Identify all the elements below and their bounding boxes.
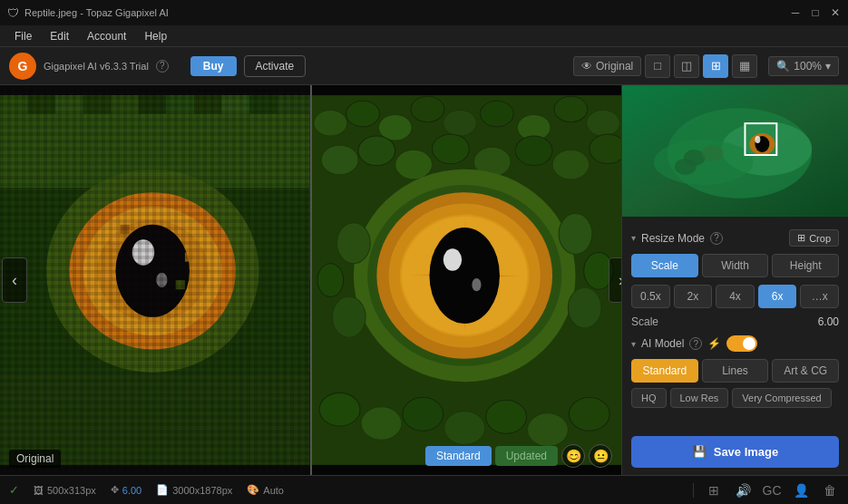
menu-edit[interactable]: Edit (43, 28, 76, 44)
svg-point-59 (485, 401, 526, 434)
enhanced-svg (312, 85, 622, 475)
svg-rect-25 (185, 252, 194, 261)
settings-panel: ▾ Resize Mode ? ⊞ Crop Scale Width Heigh… (622, 217, 848, 429)
scale-2x-button[interactable]: 2x (674, 285, 713, 308)
zoom-chevron-icon: ▾ (825, 60, 831, 73)
scale-6x-button[interactable]: 6x (758, 285, 797, 308)
lightning-icon: ⚡ (707, 337, 721, 350)
sub-model-hq-button[interactable]: HQ (631, 388, 667, 408)
brand-logo-letter: G (18, 59, 28, 73)
original-svg (0, 85, 310, 475)
brand-help-icon[interactable]: ? (156, 60, 169, 73)
svg-rect-24 (121, 225, 130, 234)
model-standard-button[interactable]: Standard (631, 359, 698, 383)
neutral-emoji-button[interactable]: 😐 (589, 444, 612, 468)
main-content: Original (0, 85, 848, 475)
svg-point-44 (552, 150, 590, 179)
thumbnail-area (622, 85, 848, 217)
tab-width[interactable]: Width (702, 254, 769, 277)
svg-point-53 (443, 248, 461, 270)
crop-button[interactable]: ⊞ Crop (789, 229, 839, 247)
scale-0.5x-button[interactable]: 0.5x (631, 285, 670, 308)
save-icon: 💾 (692, 445, 707, 459)
output-dimensions-group: 📄 3000x1878px (156, 484, 232, 496)
original-view-button[interactable]: 👁 Original (573, 56, 641, 76)
window-title: Reptile.jpeg - Topaz Gigapixel AI (24, 7, 169, 18)
minimize-button[interactable]: ─ (790, 7, 801, 18)
scale-label: Scale (631, 315, 658, 328)
auto-group: 🎨 Auto (247, 484, 284, 496)
view-btn-overlay[interactable]: ⊞ (703, 54, 728, 78)
updated-button[interactable]: Updated (495, 446, 558, 466)
svg-point-38 (321, 145, 358, 175)
model-art-cg-button[interactable]: Art & CG (772, 359, 839, 383)
svg-rect-21 (0, 95, 310, 465)
original-image (0, 85, 310, 475)
menu-file[interactable]: File (7, 28, 39, 44)
left-image-panel: Original (0, 85, 312, 475)
prev-image-button[interactable]: ‹ (2, 257, 27, 303)
view-btn-grid[interactable]: ▦ (732, 54, 757, 78)
sub-model-verycompressed-button[interactable]: Very Compressed (732, 388, 831, 408)
image-area: Original (0, 85, 621, 475)
volume-icon-button[interactable]: 🔊 (734, 481, 752, 499)
right-image-panel: Standard Updated 😊 😐 (312, 85, 622, 475)
sub-model-buttons: HQ Low Res Very Compressed (631, 388, 839, 408)
svg-point-57 (402, 397, 443, 431)
svg-point-40 (395, 150, 432, 179)
zoom-value: 100% (794, 60, 822, 73)
standard-button[interactable]: Standard (425, 446, 492, 466)
menu-help[interactable]: Help (137, 28, 174, 44)
scale-value-row: Scale 6.00 (631, 315, 839, 328)
save-image-button[interactable]: 💾 Save Image (631, 436, 839, 468)
resize-help-icon[interactable]: ? (710, 232, 723, 245)
resize-mode-title: Resize Mode (641, 232, 705, 245)
input-dimensions-group: 🖼 500x313px (34, 485, 96, 496)
scale-display: 6.00 (122, 485, 141, 496)
close-button[interactable]: ✕ (830, 7, 841, 18)
thumbnail-svg (622, 85, 848, 217)
svg-point-56 (361, 407, 402, 441)
svg-point-65 (336, 223, 370, 264)
svg-point-62 (559, 214, 592, 255)
panel-label-right: Standard Updated 😊 😐 (425, 444, 612, 468)
model-buttons: Standard Lines Art & CG (631, 359, 839, 383)
brand-logo: G (9, 53, 36, 80)
brand-area: G Gigapixel AI v6.3.3 Trial ? (9, 53, 169, 80)
check-icon: ✓ (9, 483, 19, 497)
menu-account[interactable]: Account (80, 28, 133, 44)
svg-point-61 (569, 397, 609, 431)
sub-model-lowres-button[interactable]: Low Res (670, 388, 729, 408)
buy-button[interactable]: Buy (190, 56, 237, 76)
title-text: 🛡 Reptile.jpeg - Topaz Gigapixel AI (7, 6, 169, 20)
view-btn-square[interactable]: □ (645, 54, 670, 78)
activate-button[interactable]: Activate (244, 55, 307, 77)
app-icon: 🛡 (7, 6, 19, 20)
svg-point-54 (472, 278, 481, 291)
person-icon-button[interactable]: 👤 (792, 481, 810, 499)
bottom-divider (693, 483, 694, 498)
tab-height[interactable]: Height (772, 254, 839, 277)
scale-4x-button[interactable]: 4x (716, 285, 755, 308)
ai-model-help-icon[interactable]: ? (689, 337, 702, 350)
svg-point-60 (527, 413, 568, 447)
svg-point-55 (319, 393, 360, 426)
scale-custom-button[interactable]: …x (800, 285, 839, 308)
svg-point-32 (411, 96, 444, 122)
tab-scale[interactable]: Scale (631, 254, 698, 277)
maximize-button[interactable]: □ (810, 7, 821, 18)
bottom-right-controls: ⊞ 🔊 GC 👤 🗑 (693, 481, 839, 499)
gc-icon-button[interactable]: GC (763, 481, 781, 499)
svg-point-76 (654, 140, 754, 185)
ai-model-toggle[interactable] (726, 335, 757, 352)
svg-rect-23 (111, 234, 120, 243)
view-btn-split[interactable]: ◫ (674, 54, 699, 78)
zoom-control[interactable]: 🔍 100% ▾ (768, 56, 839, 76)
happy-emoji-button[interactable]: 😊 (561, 444, 585, 468)
trash-icon-button[interactable]: 🗑 (821, 481, 839, 499)
next-image-button[interactable]: › (609, 257, 621, 303)
crop-icon: ⊞ (797, 232, 805, 244)
model-lines-button[interactable]: Lines (702, 359, 769, 383)
layers-icon-button[interactable]: ⊞ (705, 481, 723, 499)
input-dims-icon: 🖼 (34, 485, 44, 496)
